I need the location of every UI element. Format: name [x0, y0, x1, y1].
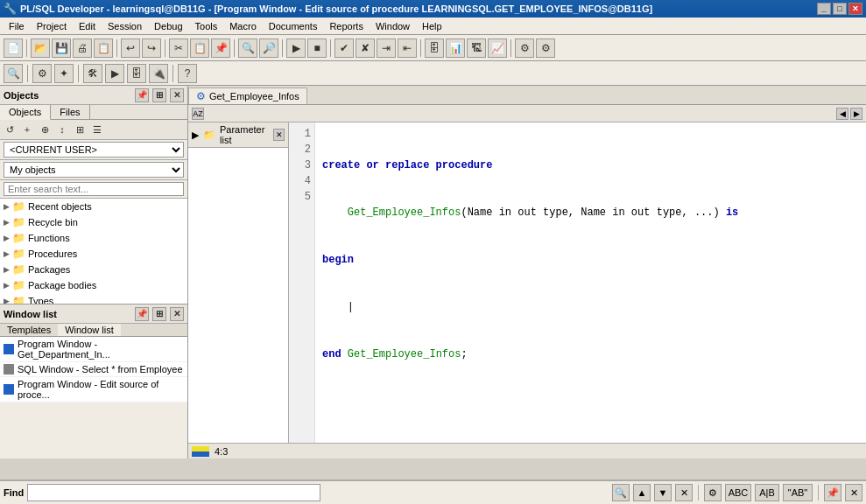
line-2: 2: [289, 142, 314, 158]
scroll-left-button[interactable]: ◀: [836, 108, 848, 120]
search-input[interactable]: [4, 182, 184, 196]
sort-icon[interactable]: ↕: [54, 122, 70, 137]
close-button[interactable]: ✕: [848, 3, 862, 15]
find-quoted-button[interactable]: "AB": [783, 484, 813, 501]
schema-button[interactable]: 🏗: [467, 38, 486, 58]
tree-item-recycle[interactable]: ▶ 📁 Recycle bin: [0, 214, 187, 230]
menu-session[interactable]: Session: [102, 19, 147, 33]
help-button[interactable]: ?: [178, 64, 197, 83]
objects-float-button[interactable]: ⊞: [152, 88, 166, 102]
wand-button[interactable]: ✦: [54, 64, 74, 83]
tree-item-packages[interactable]: ▶ 📁 Packages: [0, 262, 187, 277]
objects-pin-button[interactable]: 📌: [135, 88, 149, 102]
window-list-item-2[interactable]: Program Window - Edit source of proce...: [0, 377, 187, 402]
indent-button[interactable]: ⇥: [377, 38, 396, 58]
options1-button[interactable]: ⚙: [515, 38, 534, 58]
menu-tools[interactable]: Tools: [190, 19, 223, 33]
wl-pin-button[interactable]: 📌: [135, 307, 149, 321]
code-content[interactable]: create or replace procedure Get_Employee…: [315, 122, 866, 443]
execute-button[interactable]: ▶: [286, 38, 306, 58]
minimize-button[interactable]: _: [817, 3, 831, 15]
stop-button[interactable]: ■: [307, 38, 327, 58]
tree-item-package-bodies[interactable]: ▶ 📁 Package bodies: [0, 277, 187, 293]
editor-statusbar: 4:3: [188, 443, 866, 458]
find-input[interactable]: [27, 484, 320, 501]
find-abc-button[interactable]: ABC: [725, 484, 751, 501]
table-button[interactable]: 📊: [446, 38, 465, 58]
tree-item-procedures[interactable]: ▶ 📁 Procedures: [0, 246, 187, 262]
wl-float-button[interactable]: ⊞: [152, 307, 166, 321]
objects-panel-title: Objects: [4, 90, 131, 101]
sep11: [172, 65, 173, 82]
binoculars-icon[interactable]: ⊕: [37, 122, 53, 137]
tree-item-recent[interactable]: ▶ 📁 Recent objects: [0, 199, 187, 214]
find-next-button[interactable]: ▼: [654, 484, 672, 501]
search2-button[interactable]: 🔍: [4, 64, 23, 83]
menu-help[interactable]: Help: [417, 19, 447, 33]
menu-file[interactable]: File: [4, 19, 30, 33]
refresh-icon[interactable]: ↺: [2, 122, 18, 137]
find-prev-button[interactable]: ▲: [633, 484, 651, 501]
param-tree-collapse-icon[interactable]: ▶: [192, 130, 199, 141]
sort-az-button[interactable]: AZ: [192, 108, 204, 120]
tab-objects[interactable]: Objects: [0, 105, 51, 120]
rollback-button[interactable]: ✘: [356, 38, 375, 58]
recent-arrow: ▶: [4, 202, 12, 211]
menu-macro[interactable]: Macro: [224, 19, 262, 33]
cut-button[interactable]: ✂: [169, 38, 188, 58]
find-pin-button[interactable]: 📌: [824, 484, 841, 501]
menu-documents[interactable]: Documents: [264, 19, 323, 33]
find-button[interactable]: 🔍: [238, 38, 257, 58]
window-list-item-1[interactable]: SQL Window - Select * from Employee: [0, 362, 187, 377]
find-close-button[interactable]: ✕: [675, 484, 693, 501]
code-editor[interactable]: 1 2 3 4 5 create or replace procedure Ge…: [289, 122, 866, 443]
menu-edit[interactable]: Edit: [74, 19, 101, 33]
commit-button[interactable]: ✔: [334, 38, 354, 58]
window-list-item-0[interactable]: Program Window - Get_Department_In...: [0, 337, 187, 362]
add-icon[interactable]: +: [19, 122, 35, 137]
find-ab-button[interactable]: A|B: [755, 484, 779, 501]
gear-button[interactable]: ⚙: [32, 64, 52, 83]
filter-icon[interactable]: ⊞: [72, 122, 88, 137]
open-button[interactable]: 📂: [31, 38, 50, 58]
report-button[interactable]: 📈: [488, 38, 507, 58]
undo-button[interactable]: ↩: [121, 38, 140, 58]
menu-project[interactable]: Project: [32, 19, 72, 33]
menu-window[interactable]: Window: [370, 19, 415, 33]
scope-dropdown[interactable]: My objects: [4, 162, 184, 178]
wl-tab-templates[interactable]: Templates: [0, 324, 58, 336]
sep8: [510, 39, 511, 57]
menu-icon[interactable]: ☰: [89, 122, 105, 137]
menu-reports[interactable]: Reports: [324, 19, 369, 33]
find-search-button[interactable]: 🔍: [612, 484, 630, 501]
save-button[interactable]: 💾: [52, 38, 71, 58]
connect-button[interactable]: 🔌: [149, 64, 168, 83]
find2-button[interactable]: 🔎: [259, 38, 278, 58]
find-float-button[interactable]: ✕: [845, 484, 862, 501]
db-button[interactable]: 🗄: [425, 38, 444, 58]
tree-item-types[interactable]: ▶ 📁 Types: [0, 293, 187, 304]
options2-button[interactable]: ⚙: [536, 38, 555, 58]
wl-tab-windows[interactable]: Window list: [58, 324, 121, 336]
objects-close-button[interactable]: ✕: [170, 88, 184, 102]
print2-button[interactable]: 📋: [94, 38, 113, 58]
compile-button[interactable]: 🛠: [83, 64, 102, 83]
find-options-button[interactable]: ⚙: [704, 484, 722, 501]
paste-button[interactable]: 📌: [211, 38, 230, 58]
tree-item-functions[interactable]: ▶ 📁 Functions: [0, 230, 187, 246]
outdent-button[interactable]: ⇤: [398, 38, 417, 58]
tab-files[interactable]: Files: [51, 105, 89, 119]
copy-button[interactable]: 📋: [190, 38, 209, 58]
run-button[interactable]: ▶: [105, 64, 124, 83]
new-button[interactable]: 📄: [4, 38, 23, 58]
user-dropdown[interactable]: <CURRENT USER>: [4, 142, 184, 158]
print-button[interactable]: 🖨: [73, 38, 92, 58]
wl-close-button[interactable]: ✕: [170, 307, 184, 321]
maximize-button[interactable]: □: [833, 3, 847, 15]
menu-debug[interactable]: Debug: [149, 19, 187, 33]
editor-tab-main[interactable]: ⚙ Get_Employee_Infos: [188, 88, 307, 104]
param-close-button[interactable]: ✕: [273, 129, 285, 141]
redo-button[interactable]: ↪: [142, 38, 161, 58]
db2-button[interactable]: 🗄: [127, 64, 146, 83]
scroll-right-button[interactable]: ▶: [850, 108, 862, 120]
